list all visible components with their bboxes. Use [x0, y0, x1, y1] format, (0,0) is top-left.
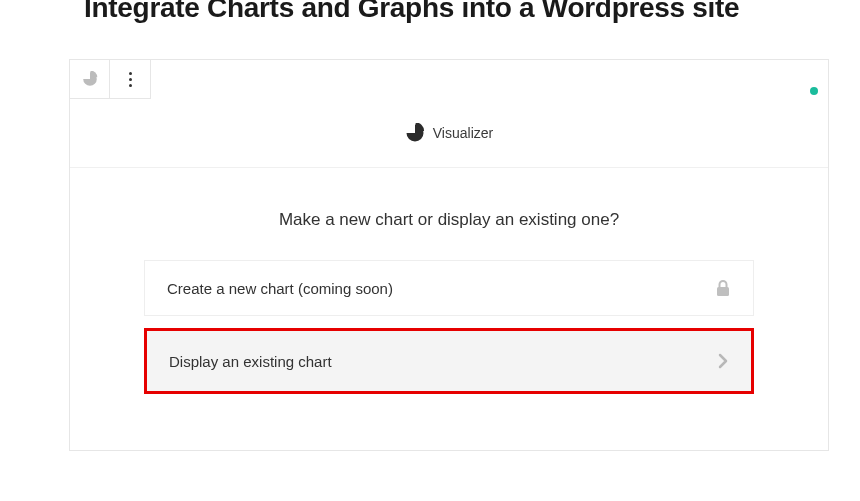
option-create-chart: Create a new chart (coming soon): [144, 260, 754, 316]
pie-chart-icon: [82, 71, 98, 87]
more-vertical-icon: [129, 72, 132, 87]
visualizer-block: Visualizer Make a new chart or display a…: [69, 59, 829, 451]
option-label: Create a new chart (coming soon): [167, 280, 393, 297]
lock-icon: [715, 279, 731, 297]
more-options-button[interactable]: [110, 60, 150, 98]
svg-rect-0: [717, 287, 729, 296]
option-label: Display an existing chart: [169, 353, 332, 370]
block-body: Visualizer Make a new chart or display a…: [70, 60, 828, 450]
page-title: Integrate Charts and Graphs into a Wordp…: [0, 0, 860, 26]
status-indicator: [810, 87, 818, 95]
options-list: Create a new chart (coming soon) Display…: [70, 260, 828, 450]
block-type-button[interactable]: [70, 60, 110, 98]
block-header-label: Visualizer: [433, 125, 493, 141]
block-header: Visualizer: [70, 97, 828, 168]
prompt-text: Make a new chart or display an existing …: [70, 168, 828, 260]
block-toolbar: [69, 59, 151, 99]
chevron-right-icon: [717, 352, 729, 370]
option-display-existing[interactable]: Display an existing chart: [144, 328, 754, 394]
pie-chart-icon: [405, 123, 425, 143]
